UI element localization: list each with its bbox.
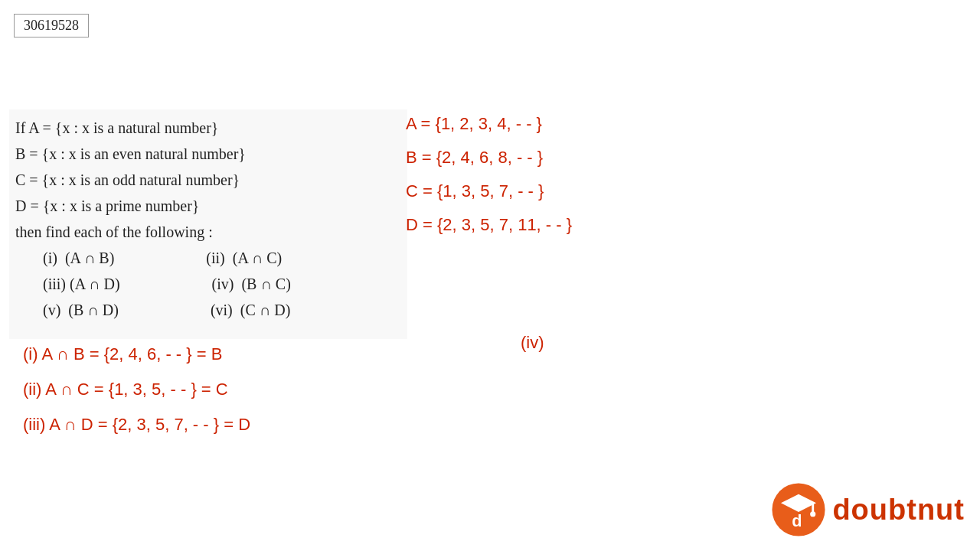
- id-box: 30619528: [14, 14, 89, 37]
- solution-iii: (iii) A ∩ D = {2, 3, 5, 7, - - } = D: [23, 407, 250, 442]
- problem-item-vi: (vi) (C ∩ D): [211, 297, 290, 323]
- doubtnut-brand-text: doubtnut: [832, 494, 965, 527]
- problem-line3: C = {x : x is an odd natural number}: [15, 167, 413, 193]
- problem-text: If A = {x : x is a natural number} B = {…: [15, 115, 413, 323]
- problem-line1: If A = {x : x is a natural number}: [15, 115, 413, 141]
- svg-text:d: d: [792, 511, 802, 530]
- set-B-handwritten: B = {2, 4, 6, 8, - - }: [406, 141, 572, 174]
- problem-row3: (v) (B ∩ D) (vi) (C ∩ D): [15, 297, 413, 323]
- problem-line5: then find each of the following :: [15, 219, 413, 245]
- handwritten-solutions: (i) A ∩ B = {2, 4, 6, - - } = B (ii) A ∩…: [23, 337, 250, 443]
- problem-line4: D = {x : x is a prime number}: [15, 193, 413, 219]
- problem-item-iii: (iii) (A ∩ D): [43, 271, 120, 297]
- handwritten-sets: A = {1, 2, 3, 4, - - } B = {2, 4, 6, 8, …: [406, 107, 572, 242]
- problem-item-i: (i) (A ∩ B): [43, 245, 114, 271]
- problem-item-iv: (iv) (B ∩ C): [212, 271, 291, 297]
- problem-line2: B = {x : x is an even natural number}: [15, 141, 413, 167]
- solution-ii: (ii) A ∩ C = {1, 3, 5, - - } = C: [23, 372, 250, 407]
- problem-item-v: (v) (B ∩ D): [43, 297, 119, 323]
- problem-item-ii: (ii) (A ∩ C): [206, 245, 282, 271]
- solution-iv-partial: (iv): [521, 333, 544, 353]
- solution-i: (i) A ∩ B = {2, 4, 6, - - } = B: [23, 337, 250, 372]
- svg-point-3: [811, 511, 816, 517]
- set-C-handwritten: C = {1, 3, 5, 7, - - }: [406, 174, 572, 208]
- doubtnut-icon: d: [771, 482, 826, 537]
- doubtnut-logo: d doubtnut: [771, 482, 965, 537]
- set-D-handwritten: D = {2, 3, 5, 7, 11, - - }: [406, 208, 572, 242]
- set-A-handwritten: A = {1, 2, 3, 4, - - }: [406, 107, 572, 141]
- problem-row2: (iii) (A ∩ D) (iv) (B ∩ C): [15, 271, 413, 297]
- problem-row1: (i) (A ∩ B) (ii) (A ∩ C): [15, 245, 413, 271]
